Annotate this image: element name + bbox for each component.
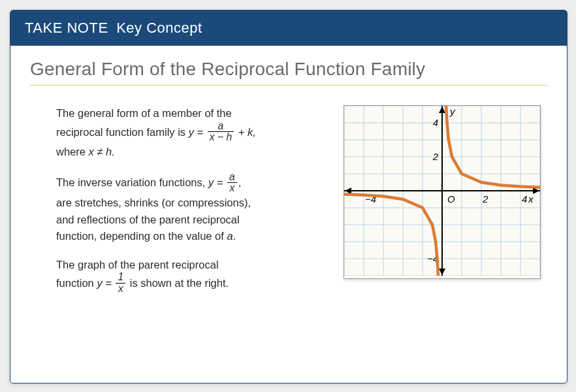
header-prefix: TAKE NOTE [25, 20, 108, 36]
paragraph-2: The inverse variation functions, y = a x… [56, 172, 317, 245]
p2-fraction: a x [227, 172, 237, 194]
p2-line1b: , [238, 176, 242, 188]
svg-text:2: 2 [432, 151, 439, 162]
p1-eq-lhs: y = [189, 126, 206, 138]
graph-column: −424−424Oyx [344, 105, 541, 307]
p2-frac-den: x [227, 183, 237, 193]
card-header: TAKE NOTE Key Concept [10, 10, 567, 46]
card-content: General Form of the Reciprocal Function … [10, 46, 567, 327]
paragraph-3: The graph of the parent reciprocal funct… [56, 257, 317, 295]
p3-line2b: is shown at the right. [130, 278, 229, 289]
p2-line3: and reflections of the parent reciprocal [56, 214, 240, 225]
svg-text:O: O [447, 193, 455, 204]
p2-line1a: The inverse variation functions, [56, 176, 208, 188]
svg-text:4: 4 [433, 117, 438, 128]
svg-text:2: 2 [482, 193, 488, 204]
p2-line4a: function, depending on the value of [56, 230, 227, 242]
p1-frac-den: x − h [208, 132, 234, 142]
p1-line1: The general form of a member of the [56, 107, 232, 119]
p2-frac-num: a [227, 172, 237, 183]
p2-line2: are stretches, shrinks (or compressions)… [56, 197, 251, 208]
header-suffix: Key Concept [116, 20, 202, 36]
card-body: The general form of a member of the reci… [30, 105, 547, 307]
p1-frac-num: a [208, 121, 234, 132]
svg-text:x: x [528, 193, 534, 204]
p3-fraction: 1 x [116, 272, 125, 294]
p3-frac-num: 1 [116, 272, 125, 283]
p1-cond: x ≠ h. [89, 146, 115, 157]
svg-marker-26 [439, 106, 445, 113]
svg-marker-27 [439, 269, 445, 275]
p1-fraction: a x − h [208, 121, 234, 143]
text-column: The general form of a member of the reci… [56, 105, 317, 307]
concept-card: TAKE NOTE Key Concept General Form of th… [10, 10, 568, 384]
p1-line3a: where [56, 146, 89, 157]
title-divider [30, 85, 547, 86]
p2-line4b: a [227, 230, 232, 242]
p1-line2a: reciprocal function family is [56, 126, 189, 138]
p3-frac-den: x [116, 284, 125, 294]
card-title: General Form of the Reciprocal Function … [30, 59, 547, 80]
p2-eq-lhs: y = [208, 176, 226, 188]
p3-eq-lhs: y = [97, 278, 114, 289]
p2-line4c: . [233, 230, 236, 242]
p3-line2a: function [56, 278, 97, 289]
svg-text:y: y [449, 106, 456, 117]
p3-line1: The graph of the parent reciprocal [56, 259, 219, 270]
graph-box: −424−424Oyx [344, 105, 541, 279]
reciprocal-chart: −424−424Oyx [344, 106, 540, 276]
p1-eq-rhs: + k, [238, 126, 256, 138]
paragraph-1: The general form of a member of the reci… [56, 105, 317, 161]
svg-text:4: 4 [522, 193, 527, 204]
